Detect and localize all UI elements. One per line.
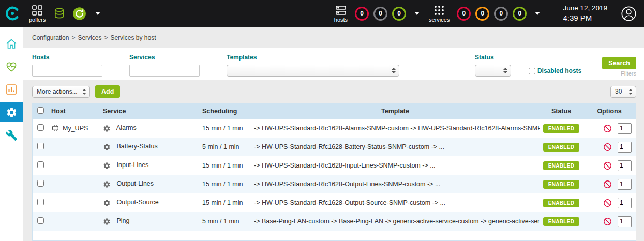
templates-select[interactable] bbox=[227, 65, 399, 77]
status-counter[interactable]: 0 bbox=[392, 7, 406, 21]
status-badge: ENABLED bbox=[543, 180, 579, 189]
add-button[interactable]: Add bbox=[95, 85, 120, 98]
chevron-down-icon[interactable] bbox=[535, 12, 540, 15]
status-counter[interactable]: 0 bbox=[494, 7, 508, 21]
disable-icon[interactable] bbox=[603, 180, 612, 189]
filter-panel: Hosts Services Templates Status bbox=[23, 48, 644, 80]
scheduling-cell: 5 min / 1 min bbox=[199, 212, 251, 231]
gear-icon bbox=[6, 107, 18, 118]
service-gear-icon bbox=[103, 162, 111, 170]
select-arrows-icon bbox=[628, 86, 633, 97]
sidebar-item-configuration[interactable] bbox=[0, 102, 23, 122]
services-menu[interactable]: services bbox=[429, 4, 450, 23]
status-counter[interactable]: 0 bbox=[475, 7, 489, 21]
status-counter[interactable]: 0 bbox=[513, 7, 527, 21]
disable-icon[interactable] bbox=[603, 161, 612, 170]
template-cell: -> HW-UPS-Standard-Rfc1628-Output-Lines-… bbox=[251, 175, 540, 193]
disable-icon[interactable] bbox=[603, 199, 612, 207]
template-cell: -> HW-UPS-Standard-Rfc1628-Alarms-SNMP-c… bbox=[251, 119, 540, 138]
poller-state-button[interactable] bbox=[72, 7, 86, 21]
options-count-input[interactable] bbox=[618, 198, 632, 208]
services-filter-input[interactable] bbox=[129, 65, 200, 77]
row-checkbox[interactable] bbox=[37, 199, 44, 205]
breadcrumb-link[interactable]: Configuration bbox=[32, 34, 69, 41]
search-button[interactable]: Search bbox=[602, 57, 636, 69]
status-counter[interactable]: 0 bbox=[373, 7, 387, 21]
service-link[interactable]: Alarms bbox=[116, 124, 137, 131]
scheduling-cell: 15 min / 1 min bbox=[199, 193, 251, 212]
sidebar-item-home[interactable] bbox=[0, 34, 23, 54]
hosts-filter-input[interactable] bbox=[32, 65, 102, 77]
select-all-checkbox[interactable] bbox=[37, 107, 44, 114]
service-link[interactable]: Output-Source bbox=[116, 199, 158, 206]
row-checkbox[interactable] bbox=[37, 161, 44, 168]
service-link[interactable]: Battery-Status bbox=[116, 143, 157, 150]
row-checkbox[interactable] bbox=[37, 217, 44, 224]
sidebar-item-monitoring[interactable] bbox=[0, 57, 23, 77]
more-actions-select[interactable]: More actions... bbox=[32, 86, 90, 98]
filters-caption: Filters bbox=[621, 70, 636, 77]
services-status-group: services 0 0 0 0 bbox=[425, 4, 545, 23]
breadcrumb-link[interactable]: Services by host bbox=[110, 34, 156, 41]
templates-filter-label: Templates bbox=[227, 54, 399, 61]
column-header-status[interactable]: Status bbox=[540, 103, 583, 119]
service-gear-icon bbox=[103, 143, 111, 151]
scheduling-cell: 5 min / 1 min bbox=[199, 138, 251, 156]
hosts-menu[interactable]: hosts bbox=[334, 4, 348, 23]
sidebar-item-reporting[interactable] bbox=[0, 80, 23, 99]
pollers-menu[interactable]: pollers bbox=[29, 4, 46, 23]
database-icon bbox=[53, 7, 65, 20]
service-link[interactable]: Input-Lines bbox=[116, 161, 148, 169]
hosts-icon bbox=[335, 4, 347, 17]
status-counter[interactable]: 0 bbox=[457, 7, 471, 21]
breadcrumb: Configuration>Services>Services by host bbox=[23, 27, 644, 48]
chevron-down-icon[interactable] bbox=[414, 12, 420, 15]
status-select[interactable] bbox=[475, 65, 511, 77]
column-header-host[interactable]: Host bbox=[48, 103, 100, 119]
user-icon bbox=[621, 6, 637, 22]
disabled-hosts-checkbox[interactable] bbox=[529, 68, 535, 74]
services-label: services bbox=[429, 17, 450, 23]
row-checkbox[interactable] bbox=[37, 143, 44, 149]
column-header-service[interactable]: Service bbox=[100, 103, 199, 119]
service-link[interactable]: Ping bbox=[116, 217, 129, 224]
current-time: 4:39 PM bbox=[563, 13, 607, 23]
hosts-status-group: hosts 0 0 0 bbox=[330, 4, 425, 23]
options-count-input[interactable] bbox=[618, 216, 632, 227]
topbar: pollers hosts 0 0 0 bbox=[0, 0, 644, 27]
service-link[interactable]: Output-Lines bbox=[116, 180, 154, 187]
centreon-logo[interactable] bbox=[0, 0, 25, 27]
host-link[interactable]: My_UPS bbox=[63, 125, 88, 132]
breadcrumb-separator: > bbox=[104, 34, 108, 41]
pollers-label: pollers bbox=[29, 17, 46, 23]
options-count-input[interactable] bbox=[618, 142, 632, 153]
scheduling-cell: 15 min / 1 min bbox=[199, 119, 251, 138]
disable-icon[interactable] bbox=[603, 143, 612, 152]
chevron-down-icon[interactable] bbox=[95, 12, 100, 15]
breadcrumb-separator: > bbox=[71, 34, 75, 41]
disabled-hosts-label[interactable]: Disabled hosts bbox=[537, 67, 581, 74]
row-checkbox[interactable] bbox=[37, 124, 44, 131]
database-status-button[interactable] bbox=[53, 7, 65, 20]
breadcrumb-link[interactable]: Services bbox=[78, 34, 101, 41]
services-icon bbox=[433, 4, 445, 17]
service-gear-icon bbox=[103, 125, 111, 132]
table-header-row: Host Service Scheduling Template Status … bbox=[33, 103, 636, 119]
user-menu[interactable] bbox=[621, 6, 637, 22]
sidebar-item-administration[interactable] bbox=[0, 125, 23, 145]
options-count-input[interactable] bbox=[618, 179, 632, 190]
page-size-select[interactable]: 30 bbox=[610, 86, 636, 98]
options-count-input[interactable] bbox=[618, 160, 632, 171]
column-header-template[interactable]: Template bbox=[251, 103, 540, 119]
services-filter-label: Services bbox=[129, 54, 200, 61]
options-count-input[interactable] bbox=[618, 123, 632, 134]
disable-icon[interactable] bbox=[603, 217, 612, 226]
disable-icon[interactable] bbox=[603, 124, 612, 133]
row-checkbox[interactable] bbox=[37, 180, 44, 187]
tools-icon bbox=[6, 129, 18, 141]
column-header-scheduling[interactable]: Scheduling bbox=[199, 103, 251, 119]
status-counter[interactable]: 0 bbox=[355, 7, 369, 21]
heartbeat-icon bbox=[5, 61, 18, 73]
table-row: Output-Source 15 min / 1 min -> HW-UPS-S… bbox=[33, 193, 636, 212]
service-gear-icon bbox=[103, 218, 111, 225]
